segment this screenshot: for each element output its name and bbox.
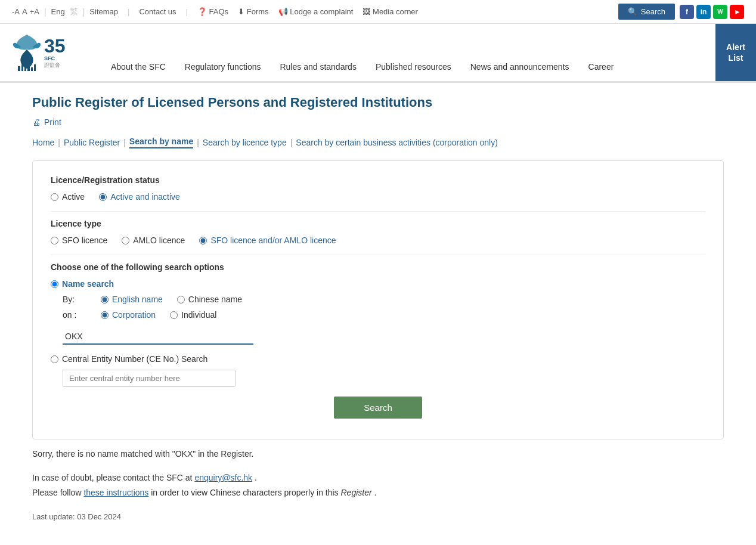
facebook-icon[interactable]: f	[680, 5, 694, 19]
search-top-label: Search	[641, 7, 665, 16]
instructions-line: Please follow	[32, 488, 82, 497]
licence-type-label: Licence type	[51, 219, 705, 228]
individual-option[interactable]: Individual	[170, 310, 216, 320]
nav-items: About the SFC Regulatory functions Rules…	[101, 24, 623, 81]
breadcrumb-search-by-licence[interactable]: Search by licence type	[203, 138, 287, 147]
nav-news[interactable]: News and announcements	[461, 50, 579, 81]
sfc-logo[interactable]: 35 SFC 證監會	[12, 29, 89, 76]
english-name-label: English name	[112, 295, 163, 304]
status-active-inactive-radio[interactable]	[99, 193, 107, 201]
svg-rect-5	[34, 64, 36, 71]
lang-separator: |	[44, 7, 47, 17]
breadcrumb-home[interactable]: Home	[32, 138, 54, 147]
sitemap-link[interactable]: Sitemap	[89, 7, 118, 16]
nav-career[interactable]: Career	[579, 50, 624, 81]
breadcrumb-sep3: |	[197, 138, 199, 147]
on-label: on :	[63, 310, 86, 320]
name-search-radio-label[interactable]: Name search	[51, 279, 114, 289]
name-input-wrapper	[63, 329, 705, 345]
sfo-licence-radio[interactable]	[51, 237, 58, 244]
sfo-amlo-licence-label: SFO licence and/or AMLO licence	[210, 236, 336, 245]
header-main: 35 SFC 證監會 About the SFC Regulatory func…	[0, 24, 756, 83]
chinese-name-radio[interactable]	[177, 296, 185, 304]
search-top-button[interactable]: 🔍 Search	[618, 4, 675, 20]
lang-separator2: 繁	[70, 7, 78, 17]
media-corner-link[interactable]: 🖼 Media corner	[362, 7, 417, 16]
last-update: Last update: 03 Dec 2024	[32, 512, 724, 521]
no-result-message: Sorry, there is no name matched with "OK…	[32, 449, 724, 459]
nav-regulatory-functions[interactable]: Regulatory functions	[175, 50, 271, 81]
page-title: Public Register of Licensed Persons and …	[32, 95, 724, 110]
main-nav: About the SFC Regulatory functions Rules…	[101, 24, 756, 81]
status-section-label: Licence/Registration status	[51, 175, 705, 185]
contact-link[interactable]: Contact us	[139, 7, 176, 16]
forms-link[interactable]: ⬇ Forms	[238, 7, 268, 16]
name-search-radio[interactable]	[51, 280, 58, 288]
font-normal-btn[interactable]: A	[22, 7, 27, 16]
breadcrumb-search-by-name[interactable]: Search by name	[129, 137, 193, 148]
nav-rules-standards[interactable]: Rules and standards	[270, 50, 365, 81]
status-active-option[interactable]: Active	[51, 192, 85, 202]
individual-radio[interactable]	[170, 311, 178, 319]
breadcrumb-public-register[interactable]: Public Register	[64, 138, 120, 147]
top-utility-bar: -A A +A | Eng 繁 | Sitemap | Contact us |…	[0, 0, 756, 24]
font-decrease-btn[interactable]: -A	[12, 7, 20, 16]
these-instructions-link[interactable]: these instructions	[83, 488, 148, 497]
english-name-radio[interactable]	[101, 296, 109, 304]
top-bar-left: -A A +A | Eng 繁 | Sitemap | Contact us |…	[12, 7, 418, 17]
corporation-option[interactable]: Corporation	[101, 310, 156, 320]
name-search-label: Name search	[62, 279, 114, 289]
register-italic: Register	[341, 488, 372, 497]
amlo-licence-option[interactable]: AMLO licence	[122, 236, 185, 245]
nav-published-resources[interactable]: Published resources	[366, 50, 461, 81]
ce-search-radio[interactable]	[51, 355, 58, 363]
by-label: By:	[63, 295, 86, 304]
divider2	[51, 255, 705, 255]
sfo-amlo-licence-option[interactable]: SFO licence and/or AMLO licence	[199, 236, 336, 245]
nav-about-sfc[interactable]: About the SFC	[101, 50, 175, 81]
breadcrumb: Home | Public Register | Search by name …	[32, 137, 724, 148]
lang-eng[interactable]: Eng	[51, 7, 65, 16]
font-increase-btn[interactable]: +A	[30, 7, 39, 16]
ce-search-option: Central Entity Number (CE No.) Search	[51, 354, 705, 364]
name-search-input[interactable]	[63, 329, 253, 345]
status-active-inactive-option[interactable]: Active and inactive	[99, 192, 180, 202]
breadcrumb-sep1: |	[58, 138, 60, 147]
name-search-option: Name search	[51, 279, 705, 289]
ce-number-input[interactable]	[63, 370, 236, 387]
faqs-link[interactable]: ❓ FAQs	[197, 7, 228, 16]
sfo-licence-option[interactable]: SFO licence	[51, 236, 107, 245]
licence-type-radio-group: SFO licence AMLO licence SFO licence and…	[51, 236, 705, 245]
contact-line1: In case of doubt, please contact the SFC…	[32, 473, 193, 482]
search-button[interactable]: Search	[334, 397, 422, 419]
instructions-end: .	[374, 488, 377, 497]
individual-label: Individual	[181, 310, 216, 320]
top-bar-right: 🔍 Search f in W ▶	[618, 4, 744, 20]
by-row: By: English name Chinese name	[63, 295, 705, 304]
alert-list-button[interactable]: AlertList	[715, 24, 756, 81]
lodge-complaint-link[interactable]: 📢 Lodge a complaint	[278, 7, 354, 16]
linkedin-icon[interactable]: in	[696, 5, 711, 19]
search-options-label: Choose one of the following search optio…	[51, 262, 705, 272]
logo-area: 35 SFC 證監會	[0, 24, 101, 81]
chinese-name-label: Chinese name	[188, 295, 242, 304]
english-name-option[interactable]: English name	[101, 295, 163, 304]
main-content: Public Register of Licensed Persons and …	[14, 83, 742, 533]
print-link[interactable]: 🖨 Print	[32, 117, 724, 127]
ce-search-radio-label[interactable]: Central Entity Number (CE No.) Search	[51, 354, 207, 364]
status-radio-group: Active Active and inactive	[51, 192, 705, 202]
contact-line1-end: .	[255, 473, 257, 482]
youtube-icon[interactable]: ▶	[730, 5, 744, 19]
sfo-licence-label: SFO licence	[62, 236, 107, 245]
wechat-icon[interactable]: W	[713, 5, 727, 19]
sfo-amlo-licence-radio[interactable]	[199, 237, 207, 244]
chinese-name-option[interactable]: Chinese name	[177, 295, 242, 304]
on-row: on : Corporation Individual	[63, 310, 705, 320]
status-active-radio[interactable]	[51, 193, 58, 201]
amlo-licence-label: AMLO licence	[133, 236, 185, 245]
contact-email[interactable]: enquiry@sfc.hk	[194, 473, 252, 482]
contact-section: In case of doubt, please contact the SFC…	[32, 470, 724, 500]
breadcrumb-search-business[interactable]: Search by certain business activities (c…	[296, 138, 498, 147]
amlo-licence-radio[interactable]	[122, 237, 129, 244]
corporation-radio[interactable]	[101, 311, 109, 319]
